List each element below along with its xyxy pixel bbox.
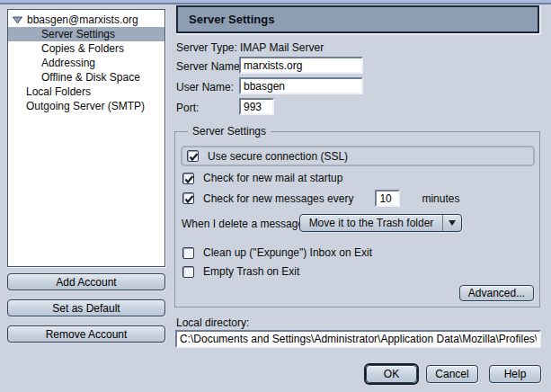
server-name-input[interactable] bbox=[239, 57, 363, 74]
chevron-down-icon bbox=[449, 220, 456, 226]
tree-item-account[interactable]: bbasgen@marxists.org bbox=[8, 13, 164, 27]
empty-trash-label: Empty Trash on Exit bbox=[203, 265, 299, 278]
sidebar-item-label: Outgoing Server (SMTP) bbox=[26, 100, 145, 112]
ok-button[interactable]: OK bbox=[366, 365, 417, 383]
interval-checkbox-row[interactable]: Check for new messages every minutes bbox=[182, 190, 459, 207]
sidebar-item-label: Server Settings bbox=[41, 28, 115, 40]
sidebar-item-label: Copies & Folders bbox=[41, 42, 124, 55]
minutes-label: minutes bbox=[422, 192, 459, 205]
twisty-open-icon[interactable] bbox=[13, 16, 22, 24]
local-directory-label: Local directory: bbox=[176, 316, 249, 329]
dropdown-arrow-button[interactable] bbox=[442, 215, 461, 231]
window-top-shadow bbox=[0, 3, 551, 4]
sidebar-item-server-settings[interactable]: Server Settings bbox=[8, 27, 164, 41]
advanced-button[interactable]: Advanced... bbox=[459, 285, 534, 301]
user-name-label: User Name: bbox=[176, 81, 234, 94]
interval-checkbox[interactable] bbox=[182, 192, 194, 204]
account-tree: bbasgen@marxists.org Server Settings Cop… bbox=[7, 9, 165, 267]
page-title: Server Settings bbox=[176, 5, 539, 33]
local-directory-input[interactable] bbox=[175, 330, 541, 348]
user-name-input[interactable] bbox=[239, 77, 363, 94]
dropdown-selected-value: Move it to the Trash folder bbox=[300, 217, 442, 229]
startup-label: Check for new mail at startup bbox=[203, 172, 342, 184]
sidebar-item-addressing[interactable]: Addressing bbox=[8, 56, 164, 70]
ssl-checkbox-row[interactable]: Use secure connection (SSL) bbox=[181, 146, 535, 166]
sidebar-item-label: Offline & Disk Space bbox=[41, 71, 140, 84]
empty-trash-checkbox[interactable] bbox=[182, 266, 194, 278]
port-label: Port: bbox=[176, 102, 199, 114]
expunge-checkbox[interactable] bbox=[182, 247, 194, 259]
help-button[interactable]: Help bbox=[489, 365, 541, 383]
interval-minutes-input[interactable] bbox=[375, 190, 400, 207]
server-type-value: IMAP Mail Server bbox=[240, 41, 324, 54]
server-name-label: Server Name: bbox=[176, 60, 243, 73]
sidebar-item-outgoing-server[interactable]: Outgoing Server (SMTP) bbox=[8, 99, 164, 113]
server-type-label: Server Type: bbox=[176, 41, 237, 54]
account-label: bbasgen@marxists.org bbox=[27, 13, 138, 27]
expunge-checkbox-row[interactable]: Clean up ("Expunge") Inbox on Exit bbox=[182, 246, 372, 259]
interval-label: Check for new messages every bbox=[203, 192, 353, 205]
ssl-checkbox[interactable] bbox=[187, 150, 199, 162]
startup-checkbox-row[interactable]: Check for new mail at startup bbox=[182, 172, 342, 184]
ssl-label: Use secure connection (SSL) bbox=[208, 150, 348, 163]
server-settings-group-legend: Server Settings bbox=[188, 125, 271, 138]
sidebar-item-label: Local Folders bbox=[26, 85, 91, 98]
empty-trash-checkbox-row[interactable]: Empty Trash on Exit bbox=[182, 265, 299, 278]
delete-message-label: When I delete a message: bbox=[182, 218, 307, 230]
sidebar-item-copies-folders[interactable]: Copies & Folders bbox=[8, 41, 164, 56]
set-as-default-button[interactable]: Set as Default bbox=[7, 299, 165, 316]
port-input[interactable] bbox=[239, 98, 274, 115]
add-account-button[interactable]: Add Account bbox=[7, 273, 165, 290]
delete-message-dropdown[interactable]: Move it to the Trash folder bbox=[299, 214, 462, 232]
remove-account-button[interactable]: Remove Account bbox=[7, 325, 165, 343]
sidebar-item-offline-disk-space[interactable]: Offline & Disk Space bbox=[8, 70, 164, 85]
cancel-button[interactable]: Cancel bbox=[426, 365, 478, 383]
sidebar-item-local-folders[interactable]: Local Folders bbox=[8, 85, 164, 99]
sidebar-item-label: Addressing bbox=[41, 57, 95, 69]
startup-checkbox[interactable] bbox=[182, 173, 194, 184]
expunge-label: Clean up ("Expunge") Inbox on Exit bbox=[203, 246, 372, 259]
